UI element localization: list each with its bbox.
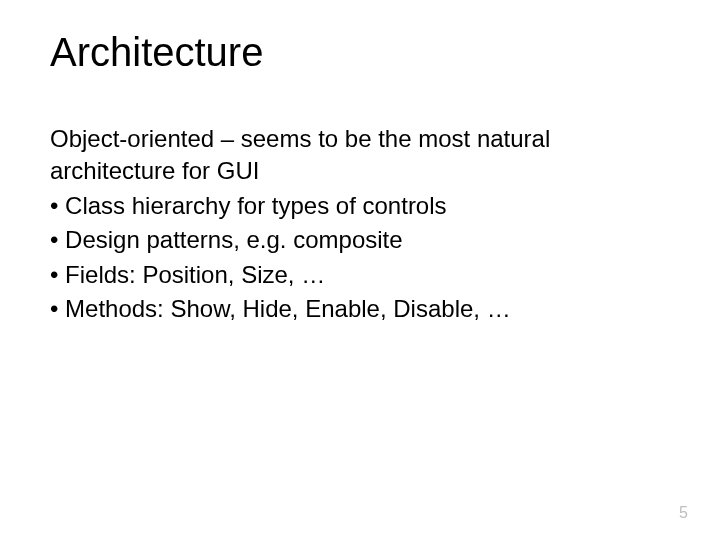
bullet-item: • Class hierarchy for types of controls	[50, 190, 670, 222]
page-number: 5	[679, 504, 688, 522]
bullet-item: • Design patterns, e.g. composite	[50, 224, 670, 256]
intro-text: Object-oriented – seems to be the most n…	[50, 123, 670, 188]
slide-title: Architecture	[50, 30, 670, 75]
bullet-item: • Methods: Show, Hide, Enable, Disable, …	[50, 293, 670, 325]
bullet-item: • Fields: Position, Size, …	[50, 259, 670, 291]
slide: Architecture Object-oriented – seems to …	[0, 0, 720, 540]
slide-content: Object-oriented – seems to be the most n…	[50, 123, 670, 325]
